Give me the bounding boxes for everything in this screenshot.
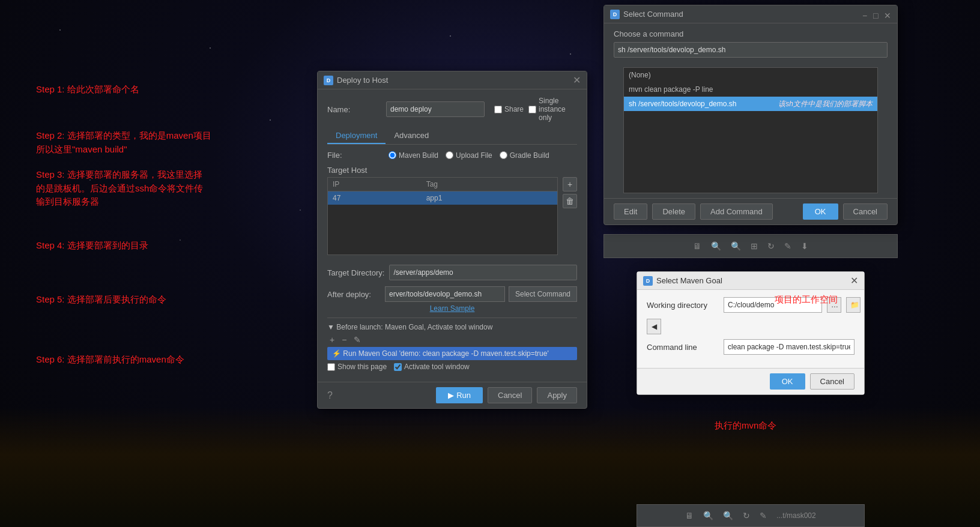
folder-button[interactable]: 📁 [846, 297, 861, 313]
learn-sample-link[interactable]: Learn Sample [327, 304, 577, 313]
maven-monitor-icon[interactable]: 🖥 [685, 511, 694, 520]
table-row[interactable]: 47 app1 [328, 191, 557, 205]
maven-build-radio-label[interactable]: Maven Build [389, 151, 438, 160]
ok-button[interactable]: OK [803, 203, 838, 220]
delete-command-button[interactable]: Delete [652, 203, 695, 220]
launch-item[interactable]: ⚡ Run Maven Goal 'demo: clean package -D… [327, 347, 577, 360]
col-tag: Tag [422, 178, 557, 191]
share-checkbox-label[interactable]: Share [494, 105, 524, 113]
grid-icon[interactable]: ⊞ [751, 241, 758, 251]
maven-refresh-icon[interactable]: ↻ [743, 511, 750, 520]
gradle-build-radio[interactable] [500, 151, 507, 159]
upload-file-radio-label[interactable]: Upload File [446, 151, 492, 160]
deploy-dialog-footer: ? ▶ Run Cancel Apply [318, 382, 587, 408]
command-mvn[interactable]: mvn clean package -P line [624, 82, 877, 97]
col-ip: IP [328, 178, 422, 191]
help-icon[interactable]: ? [327, 390, 333, 401]
monitor-icon[interactable]: 🖥 [693, 241, 701, 251]
command-search-input[interactable] [614, 42, 888, 58]
working-directory-label: Working directory [647, 301, 719, 310]
command-list: (None) mvn clean package -P line sh /ser… [623, 67, 878, 193]
close-button[interactable]: ✕ [884, 11, 891, 18]
maven-zoom-out-icon[interactable]: 🔍 [723, 511, 733, 520]
maven-url-text: ...t/mask002 [776, 511, 815, 520]
maven-icon: D [643, 276, 653, 286]
annotation-step4: Step 4: 选择要部署到的目录 [36, 240, 148, 251]
activate-window-checkbox[interactable] [394, 363, 402, 371]
edit-launch-button[interactable]: ✎ [351, 335, 363, 345]
single-instance-checkbox-label[interactable]: Single instance only [528, 97, 577, 122]
command-line-input[interactable] [724, 339, 854, 355]
add-command-button[interactable]: Add Command [700, 203, 773, 220]
command-none[interactable]: (None) [624, 68, 877, 82]
command-sh-text: sh /server/tools/devolop_demo.sh [624, 97, 778, 111]
maximize-button[interactable]: □ [873, 11, 880, 18]
host-tag: app1 [422, 191, 557, 205]
maven-titlebar: D Select Maven Goal ✕ [637, 272, 864, 290]
activate-window-checkbox-label[interactable]: Activate tool window [394, 363, 470, 371]
command-line-row: Command line [647, 339, 854, 355]
zoom-out-icon[interactable]: 🔍 [731, 241, 741, 251]
apply-button[interactable]: Apply [537, 387, 577, 403]
back-button[interactable]: ◀ [647, 319, 661, 334]
command-footer: Edit Delete Add Command OK Cancel [604, 198, 897, 224]
select-command-titlebar: D Select Command − □ ✕ [604, 5, 897, 23]
cancel-button[interactable]: Cancel [488, 387, 532, 403]
maven-zoom-in-icon[interactable]: 🔍 [703, 511, 713, 520]
annotation-mvn-cmd: 执行的mvn命令 [715, 420, 776, 432]
select-command-button[interactable]: Select Command [509, 286, 577, 302]
maven-edit-icon[interactable]: ✎ [760, 511, 767, 520]
show-page-checkbox[interactable] [327, 363, 335, 371]
file-label: File: [327, 151, 381, 160]
command-sh-selected[interactable]: sh /server/tools/devolop_demo.sh 该sh文件中是… [624, 97, 877, 111]
target-host-label: Target Host [327, 166, 577, 175]
select-command-icon: D [610, 10, 620, 19]
add-launch-button[interactable]: + [327, 335, 337, 345]
choose-command-label: Choose a command [614, 29, 888, 38]
annotation-step5: Step 5: 选择部署后要执行的命令 [36, 294, 166, 306]
tab-deployment[interactable]: Deployment [327, 128, 386, 144]
target-directory-input[interactable] [389, 265, 577, 280]
target-directory-label: Target Directory: [327, 268, 384, 277]
edit-icon[interactable]: ✎ [784, 241, 791, 251]
deploy-dialog-titlebar: D Deploy to Host ✕ [318, 71, 587, 89]
zoom-in-icon[interactable]: 🔍 [711, 241, 721, 251]
run-button[interactable]: ▶ Run [436, 387, 483, 403]
maven-cancel-button[interactable]: Cancel [810, 373, 854, 390]
remove-host-button[interactable]: 🗑 [563, 194, 577, 208]
maven-ok-button[interactable]: OK [770, 373, 805, 390]
select-command-dialog: D Select Command − □ ✕ Choose a command … [603, 5, 898, 225]
run-icon: ▶ [448, 391, 454, 400]
name-input[interactable] [386, 101, 485, 117]
upload-file-radio[interactable] [446, 151, 453, 159]
deploy-title-text: Deploy to Host [337, 76, 388, 85]
share-checkbox[interactable] [494, 106, 502, 113]
download-icon[interactable]: ⬇ [801, 241, 808, 251]
annotation-step3: Step 3: 选择要部署的服务器，我这里选择 的是跳板机。后边会通过ssh命令… [36, 168, 203, 209]
tab-advanced[interactable]: Advanced [386, 128, 437, 144]
maven-close-button[interactable]: ✕ [850, 276, 858, 286]
gradle-build-radio-label[interactable]: Gradle Build [500, 151, 549, 160]
ok-cancel-buttons: OK Cancel [803, 203, 888, 220]
maven-title: D Select Maven Goal [643, 276, 722, 286]
select-command-body: Choose a command (None) mvn clean packag… [604, 23, 897, 193]
remove-launch-button[interactable]: − [339, 335, 349, 345]
command-action-buttons: Edit Delete Add Command [614, 203, 773, 220]
edit-command-button[interactable]: Edit [614, 203, 647, 220]
name-label: Name: [327, 105, 381, 114]
deploy-close-button[interactable]: ✕ [573, 76, 581, 85]
single-instance-checkbox[interactable] [528, 106, 536, 113]
host-table: IP Tag 47 app1 [328, 178, 557, 205]
deploy-dialog-body: Name: Share Single instance only Deploym… [318, 89, 587, 382]
select-command-title: D Select Command [610, 10, 683, 19]
cancel-command-button[interactable]: Cancel [843, 203, 888, 220]
annotation-step2: Step 2: 选择部署的类型，我的是maven项目 所以这里"maven bu… [36, 129, 211, 156]
minimize-button[interactable]: − [862, 11, 870, 18]
launch-controls: + − ✎ [327, 335, 577, 345]
after-deploy-input[interactable] [385, 286, 505, 302]
name-row: Name: Share Single instance only [327, 97, 577, 122]
add-host-button[interactable]: + [563, 177, 577, 191]
maven-build-radio[interactable] [389, 151, 396, 159]
refresh-icon[interactable]: ↻ [767, 241, 775, 251]
show-page-checkbox-label[interactable]: Show this page [327, 363, 387, 371]
